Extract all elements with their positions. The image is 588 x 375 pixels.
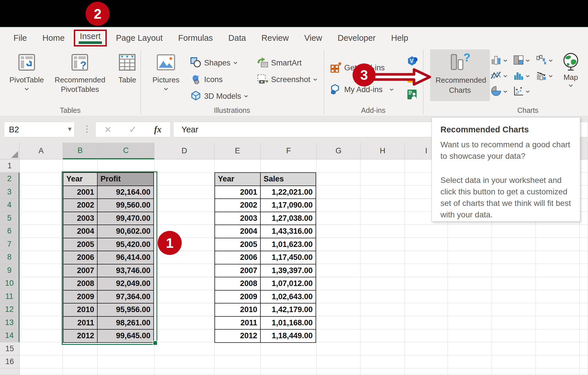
grid-cell[interactable]	[154, 355, 214, 369]
table-value-cell[interactable]: 1,43,316.00	[261, 225, 316, 238]
grid-cell[interactable]	[448, 368, 492, 375]
grid-cell[interactable]	[536, 316, 580, 329]
table-value-cell[interactable]: 1,02,643.00	[261, 291, 316, 304]
row-header-10[interactable]: 10	[0, 277, 20, 290]
grid-cell[interactable]	[154, 290, 214, 303]
grid-cell[interactable]	[448, 251, 492, 264]
grid-cell[interactable]	[361, 199, 405, 212]
grid-cell[interactable]	[154, 277, 214, 290]
grid-cell[interactable]	[361, 173, 405, 186]
grid-cell[interactable]	[20, 185, 63, 199]
grid-cell[interactable]	[317, 238, 361, 251]
grid-cell[interactable]	[405, 238, 448, 251]
insert-hierarchy-chart-button[interactable]	[513, 55, 530, 67]
tab-home[interactable]: Home	[35, 33, 72, 43]
grid-cell[interactable]	[580, 251, 588, 264]
name-box[interactable]: B2 ▾	[4, 122, 75, 137]
row-header-7[interactable]: 7	[0, 238, 20, 251]
grid-cell[interactable]	[580, 199, 588, 212]
select-all-corner[interactable]	[0, 143, 20, 159]
cancel-entry-icon[interactable]: ✕	[104, 125, 111, 135]
table-year-cell[interactable]: 2010	[215, 304, 261, 317]
screenshot-button[interactable]: Screenshot	[257, 71, 317, 88]
maps-button[interactable]: Map	[561, 52, 580, 88]
row-header-13[interactable]: 13	[0, 316, 20, 329]
row-header-4[interactable]: 4	[0, 199, 20, 212]
grid-cell[interactable]	[317, 277, 361, 290]
grid-cell[interactable]	[361, 342, 405, 355]
grid-cell[interactable]	[536, 290, 580, 303]
grid-cell[interactable]	[405, 264, 448, 277]
grid-cell[interactable]	[317, 185, 361, 199]
grid-cell[interactable]	[20, 303, 63, 316]
table-value-cell[interactable]: 97,364.00	[98, 291, 154, 304]
grid-cell[interactable]	[20, 159, 63, 173]
3d-models-button[interactable]: 3D Models	[190, 88, 248, 105]
grid-cell[interactable]	[492, 368, 536, 375]
table-year-cell[interactable]: 2008	[215, 277, 261, 291]
grid-cell[interactable]	[448, 355, 492, 369]
grid-cell[interactable]	[154, 368, 214, 375]
grid-cell[interactable]	[580, 264, 588, 277]
grid-cell[interactable]	[98, 159, 154, 173]
tab-formulas[interactable]: Formulas	[170, 33, 220, 43]
grid-cell[interactable]	[20, 199, 63, 212]
grid-cell[interactable]	[580, 368, 588, 375]
grid-cell[interactable]	[361, 355, 405, 369]
grid-cell[interactable]	[317, 368, 361, 375]
grid-cell[interactable]	[405, 355, 448, 369]
tab-insert-active-box[interactable]: Insert	[74, 30, 107, 47]
grid-cell[interactable]	[492, 238, 536, 251]
grid-cell[interactable]	[154, 264, 214, 277]
grid-cell[interactable]	[361, 264, 405, 277]
grid-cell[interactable]	[580, 159, 588, 173]
grid-cell[interactable]	[20, 368, 63, 375]
grid-cell[interactable]	[317, 329, 361, 343]
grid-cell[interactable]	[98, 355, 154, 369]
table-header-cell[interactable]: Sales	[261, 173, 316, 186]
grid-cell[interactable]	[448, 238, 492, 251]
grid-cell[interactable]	[405, 277, 448, 290]
recommended-charts-button[interactable]: ? Recommended Charts	[430, 49, 490, 101]
grid-cell[interactable]	[536, 238, 580, 251]
grid-cell[interactable]	[20, 329, 63, 343]
grid-cell[interactable]	[361, 368, 405, 375]
table-value-cell[interactable]: 1,27,038.00	[261, 212, 316, 225]
grid-cell[interactable]	[492, 355, 536, 369]
row-header-5[interactable]: 5	[0, 212, 20, 225]
table-year-cell[interactable]: 2004	[63, 225, 98, 238]
grid-cell[interactable]	[261, 342, 317, 355]
table-year-cell[interactable]: 2002	[63, 199, 98, 212]
grid-cell[interactable]	[580, 303, 588, 316]
tab-page-layout[interactable]: Page Layout	[108, 33, 171, 43]
insert-waterfall-chart-button[interactable]	[536, 55, 553, 67]
grid-cell[interactable]	[317, 290, 361, 303]
table-year-cell[interactable]: 2001	[63, 186, 98, 199]
grid-cell[interactable]	[492, 264, 536, 277]
grid-cell[interactable]	[20, 212, 63, 225]
grid-cell[interactable]	[20, 173, 63, 186]
table-year-cell[interactable]: 2007	[63, 264, 98, 278]
grid-cell[interactable]	[536, 329, 580, 343]
grid-cell[interactable]	[448, 329, 492, 343]
column-header-G[interactable]: G	[317, 143, 361, 159]
table-value-cell[interactable]: 95,420.00	[98, 238, 154, 252]
grid-cell[interactable]	[20, 277, 63, 290]
grid-cell[interactable]	[361, 316, 405, 329]
grid-cell[interactable]	[154, 316, 214, 329]
grid-cell[interactable]	[448, 303, 492, 316]
grid-cell[interactable]	[536, 264, 580, 277]
shapes-button[interactable]: Shapes	[190, 55, 248, 71]
column-header-D[interactable]: D	[154, 143, 214, 159]
grid-cell[interactable]	[580, 212, 588, 225]
formula-bar-resize-handle[interactable]: ⋮	[83, 124, 91, 134]
grid-cell[interactable]	[317, 225, 361, 238]
grid-cell[interactable]	[20, 342, 63, 355]
grid-cell[interactable]	[20, 225, 63, 238]
icons-button[interactable]: Icons	[190, 71, 248, 88]
row-header-2[interactable]: 2	[0, 173, 20, 186]
grid-cell[interactable]	[261, 355, 317, 369]
grid-cell[interactable]	[580, 290, 588, 303]
grid-cell[interactable]	[492, 251, 536, 264]
table-value-cell[interactable]: 1,17,450.00	[261, 251, 316, 264]
